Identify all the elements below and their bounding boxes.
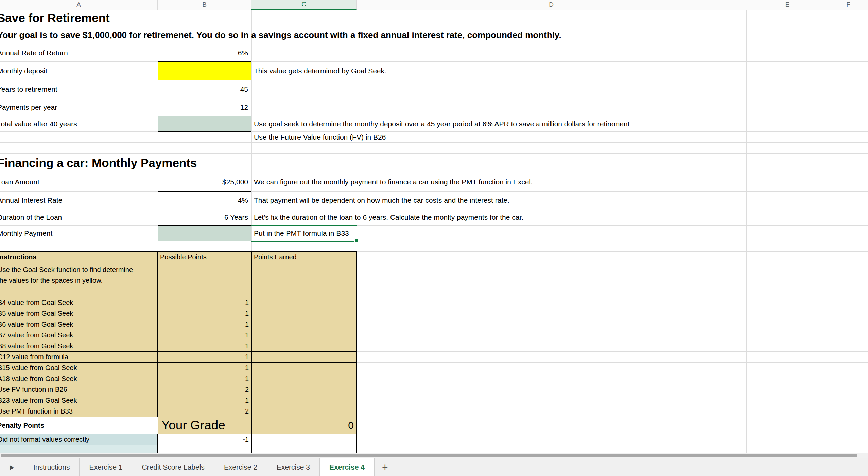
note-pmt-function[interactable]: We can figure out the monthly payment to… xyxy=(251,172,533,191)
grading-intro-earned-cell[interactable] xyxy=(251,263,357,297)
cell-duration-label[interactable]: Duration of the Loan xyxy=(0,209,158,225)
grading-row-points[interactable]: 1 xyxy=(158,341,251,352)
penalty-row-label[interactable]: Did not format values correctly xyxy=(0,434,158,445)
penalty-points-label[interactable]: Penalty Points xyxy=(0,417,158,434)
note-fix-duration[interactable]: Let's fix the duration of the loan to 6 … xyxy=(251,209,523,225)
cell-annual-rate-value[interactable]: 6% xyxy=(158,44,251,62)
column-header-f[interactable]: F xyxy=(829,0,868,10)
grading-row-label[interactable]: C12 value from formula xyxy=(0,351,158,363)
title-save-for-retirement[interactable]: Save for Retirement xyxy=(0,10,110,26)
title-financing-a-car[interactable]: Financing a car: Monthly Payments xyxy=(0,154,197,172)
horizontal-scrollbar[interactable] xyxy=(0,453,868,458)
cell-monthly-payment-value[interactable] xyxy=(158,225,251,241)
tab-scroll-right-icon[interactable]: ▶ xyxy=(0,458,24,476)
grading-row-points[interactable]: 1 xyxy=(158,330,251,341)
cell-total-value-label[interactable]: Total value after 40 years xyxy=(0,116,158,131)
grading-row-label[interactable]: B8 value from Goal Seek xyxy=(0,341,158,352)
cell-years-retirement-value[interactable]: 45 xyxy=(158,80,251,98)
note-payment-dependent[interactable]: That payment will be dependent on how mu… xyxy=(251,192,509,209)
grading-row-points[interactable]: 1 xyxy=(158,319,251,330)
scrollbar-thumb[interactable] xyxy=(1,454,857,457)
column-header-b[interactable]: B xyxy=(158,0,251,10)
grading-row-label[interactable]: Use FV function in B26 xyxy=(0,384,158,395)
grading-intro-cell[interactable]: Use the Goal Seek function to find deter… xyxy=(0,263,158,297)
grading-header-points-earned[interactable]: Points Earned xyxy=(251,251,357,263)
cell-payments-per-year-label[interactable]: Payments per year xyxy=(0,98,158,116)
grading-row-points[interactable]: 1 xyxy=(158,373,251,384)
penalty-row-earned[interactable] xyxy=(251,434,357,445)
your-grade-label[interactable]: Your Grade xyxy=(158,417,251,434)
grading-row-earned[interactable] xyxy=(251,319,357,330)
cell-interest-rate-value[interactable]: 4% xyxy=(158,191,251,209)
cell-duration-value[interactable]: 6 Years xyxy=(158,209,251,226)
cell-monthly-payment-label[interactable]: Monthly Payment xyxy=(0,226,158,241)
new-sheet-button[interactable]: + xyxy=(375,458,396,476)
grading-row-earned[interactable] xyxy=(251,308,357,319)
cell-loan-amount-value[interactable]: $25,000 xyxy=(158,172,251,192)
grading-row-label[interactable]: Use PMT function in B33 xyxy=(0,406,158,417)
cell-total-value-value[interactable] xyxy=(158,116,251,132)
cell-annual-rate-label[interactable]: Annual Rate of Return xyxy=(0,44,158,61)
grading-header-possible-points[interactable]: Possible Points xyxy=(158,251,251,263)
grading-row-points[interactable]: 1 xyxy=(158,395,251,406)
grading-intro-possible-cell[interactable] xyxy=(158,263,251,297)
penalty-row-points[interactable]: -1 xyxy=(158,434,251,445)
grading-row: B23 value from Goal Seek 1 xyxy=(0,395,868,406)
cell-monthly-deposit-label[interactable]: Monthly deposit xyxy=(0,62,158,80)
grading-row-label[interactable]: B7 value from Goal Seek xyxy=(0,330,158,341)
cell-years-retirement-label[interactable]: Years to retirement xyxy=(0,80,158,98)
sheet-row: Annual Interest Rate 4% That payment wil… xyxy=(0,192,868,209)
column-header-e[interactable]: E xyxy=(746,0,829,10)
grading-row-earned[interactable] xyxy=(251,341,357,352)
grading-row-points[interactable]: 1 xyxy=(158,351,251,363)
sheet-row xyxy=(0,143,868,154)
empty-bordered-cell[interactable] xyxy=(158,445,251,453)
note-goal-seek-determined[interactable]: This value gets determined by Goal Seek. xyxy=(251,62,386,80)
grading-row-earned[interactable] xyxy=(251,362,357,373)
grading-row-label[interactable]: A18 value from Goal Seek xyxy=(0,373,158,384)
grading-row-earned[interactable] xyxy=(251,384,357,395)
cell-monthly-deposit-value[interactable] xyxy=(158,61,251,80)
grading-row: Use PMT function in B33 2 xyxy=(0,406,868,417)
grading-row-points[interactable]: 2 xyxy=(158,384,251,395)
strip-cell[interactable] xyxy=(0,445,158,453)
note-fv-function[interactable]: Use the Future Value function (FV) in B2… xyxy=(251,132,386,142)
sheet-tab-credit-score-labels[interactable]: Credit Score Labels xyxy=(132,458,214,476)
cell-interest-rate-label[interactable]: Annual Interest Rate xyxy=(0,192,158,209)
grading-row-earned[interactable] xyxy=(251,330,357,341)
grading-header-row: Instructions Possible Points Points Earn… xyxy=(0,252,868,263)
grade-value[interactable]: 0 xyxy=(251,417,357,434)
grading-row-earned[interactable] xyxy=(251,406,357,417)
grading-row-points[interactable]: 1 xyxy=(158,297,251,308)
grading-row-points[interactable]: 2 xyxy=(158,406,251,417)
grading-row-label[interactable]: B6 value from Goal Seek xyxy=(0,319,158,330)
note-pmt-formula[interactable]: Put in the PMT formula in B33 xyxy=(251,226,349,241)
grading-header-instructions[interactable]: Instructions xyxy=(0,251,158,263)
column-header-a[interactable]: A xyxy=(0,0,158,10)
sheet-tab-exercise-3[interactable]: Exercise 3 xyxy=(267,458,320,476)
sheet-tab-exercise-2[interactable]: Exercise 2 xyxy=(214,458,267,476)
column-header-d[interactable]: D xyxy=(357,0,746,10)
sheet-row: Monthly Payment Put in the PMT formula i… xyxy=(0,226,868,241)
grading-row-earned[interactable] xyxy=(251,351,357,363)
grading-row-earned[interactable] xyxy=(251,297,357,308)
subtitle-retirement-goal[interactable]: Your goal is to save $1,000,000 for reti… xyxy=(0,26,561,44)
sheet-tab-bar: ▶ Instructions Exercise 1 Credit Score L… xyxy=(0,458,868,476)
sheet-tab-exercise-1[interactable]: Exercise 1 xyxy=(80,458,132,476)
column-header-c-selected[interactable]: C xyxy=(251,0,357,10)
grading-row-points[interactable]: 1 xyxy=(158,362,251,373)
grading-row-label[interactable]: B15 value from Goal Seek xyxy=(0,362,158,373)
grading-row-earned[interactable] xyxy=(251,373,357,384)
cell-loan-amount-label[interactable]: Loan Amount xyxy=(0,172,158,191)
grading-row-label[interactable]: B4 value from Goal Seek xyxy=(0,297,158,308)
grading-row-label[interactable]: B23 value from Goal Seek xyxy=(0,395,158,406)
grading-row-points[interactable]: 1 xyxy=(158,308,251,319)
sheet-row: Financing a car: Monthly Payments xyxy=(0,154,868,172)
grading-row-label[interactable]: B5 value from Goal Seek xyxy=(0,308,158,319)
sheet-tab-exercise-4-active[interactable]: Exercise 4 xyxy=(320,458,375,476)
cell-payments-per-year-value[interactable]: 12 xyxy=(158,98,251,116)
grading-row-earned[interactable] xyxy=(251,395,357,406)
note-goal-seek-instruction[interactable]: Use goal seek to determine the monthy de… xyxy=(251,116,629,131)
empty-bordered-cell[interactable] xyxy=(251,445,357,453)
sheet-tab-instructions[interactable]: Instructions xyxy=(24,458,80,476)
